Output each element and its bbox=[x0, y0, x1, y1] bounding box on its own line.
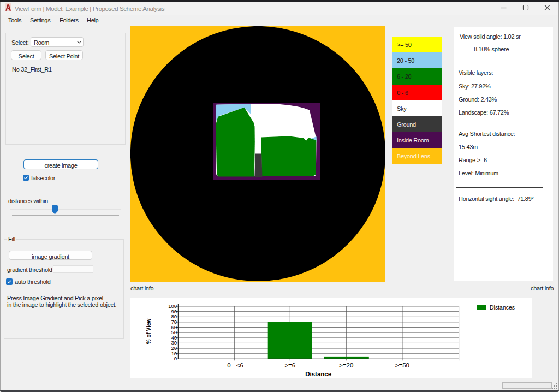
svg-text:>=6: >=6 bbox=[284, 362, 295, 369]
svg-text:>=50: >=50 bbox=[395, 362, 409, 369]
svg-text:0: 0 bbox=[174, 355, 177, 361]
svg-text:% of View: % of View bbox=[146, 319, 152, 345]
svg-text:Distances: Distances bbox=[490, 304, 515, 311]
svg-text:Distance: Distance bbox=[305, 371, 331, 377]
svg-text:>=20: >=20 bbox=[339, 362, 353, 369]
svg-text:0 - <6: 0 - <6 bbox=[227, 362, 243, 369]
